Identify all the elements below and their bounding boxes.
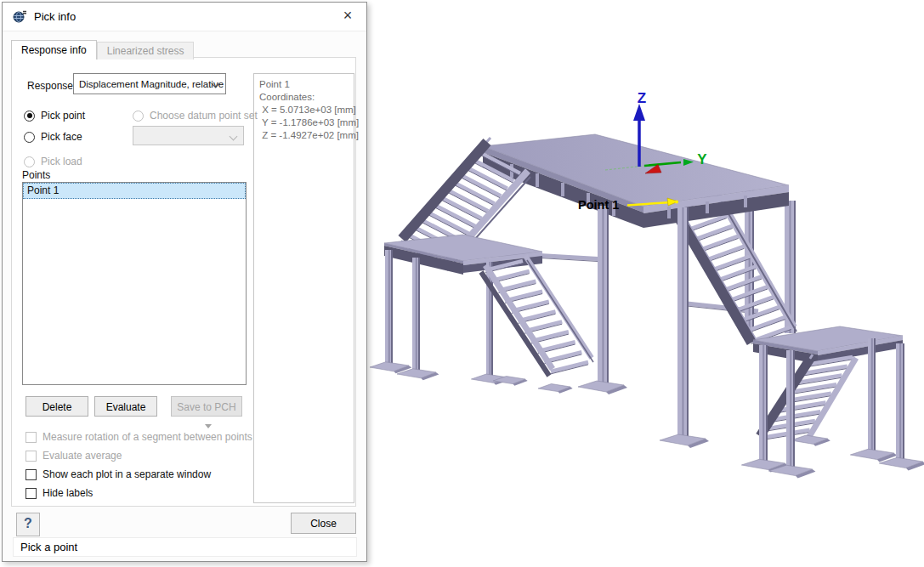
chevron-down-icon [230, 133, 238, 141]
info-line: Z = -1.4927e+02 [mm] [259, 129, 354, 142]
base-plate [791, 435, 830, 446]
save-to-pch-label: Save to PCH [177, 401, 235, 413]
radio-label: Pick point [41, 110, 85, 122]
help-button[interactable]: ? [16, 513, 40, 536]
lower-leg [868, 338, 876, 451]
radio-pick-face[interactable]: Pick face [24, 131, 82, 143]
info-line: Y = -1.1786e+03 [mm] [259, 116, 354, 129]
caret-down-icon [205, 424, 212, 428]
deck-leg [598, 206, 609, 384]
tab-bar: Response info Linearized stress [11, 40, 194, 60]
lower-leg [896, 343, 904, 460]
lower-leg [759, 345, 768, 462]
checkbox-show-each-plot[interactable]: Show each plot in a separate window [26, 468, 211, 480]
close-icon[interactable]: × [337, 5, 358, 26]
z-axis-arrow-icon [633, 104, 645, 121]
checkbox-measure-rotation: Measure rotation of a segment between po… [26, 431, 252, 443]
list-item-point-1[interactable]: Point 1 [23, 183, 246, 199]
tab-linearized-stress[interactable]: Linearized stress [97, 42, 195, 60]
datum-point-set-dropdown [133, 126, 244, 145]
point-label: Point 1 [578, 198, 619, 212]
mid-platform-leg [412, 258, 420, 371]
points-listbox[interactable]: Point 1 [22, 182, 247, 385]
checkbox-label: Evaluate average [43, 450, 122, 462]
y-axis-label: Y [697, 151, 707, 167]
delete-button[interactable]: Delete [26, 396, 88, 417]
info-line: Coordinates: [259, 91, 354, 104]
checkbox-label: Show each plot in a separate window [43, 468, 211, 480]
radio-icon [133, 111, 144, 122]
sphere-response-icon [13, 9, 27, 24]
info-line: Point 1 [259, 78, 354, 91]
response-dropdown-value: Displacement Magnitude, relative [79, 79, 224, 89]
base-plate [660, 434, 709, 448]
response-dropdown[interactable]: Displacement Magnitude, relative [73, 73, 226, 94]
radio-icon[interactable] [24, 111, 35, 122]
checkbox-icon [26, 451, 37, 462]
base-plate [538, 384, 573, 394]
points-label: Points [22, 169, 50, 181]
stair-bottom-right [760, 354, 856, 439]
checkbox-icon [26, 432, 37, 443]
stair-middle [481, 256, 593, 376]
response-info-panel: Response: Displacement Magnitude, relati… [11, 57, 356, 507]
radio-icon [24, 156, 35, 167]
checkbox-label: Hide labels [43, 487, 93, 499]
mid-platform-leg [385, 250, 393, 364]
z-axis-label: Z [638, 90, 646, 106]
radio-label: Pick face [41, 131, 82, 143]
deck-leg [677, 207, 689, 437]
radio-pick-point[interactable]: Pick point [24, 110, 85, 122]
radio-pick-load: Pick load [24, 156, 82, 167]
response-label: Response: [27, 80, 76, 92]
radio-icon[interactable] [24, 132, 35, 143]
point-info-box: Point 1 Coordinates: X = 5.0713e+03 [mm]… [253, 73, 354, 503]
save-to-pch-button: Save to PCH [171, 396, 242, 417]
radio-label: Pick load [41, 156, 82, 167]
checkbox-label: Measure rotation of a segment between po… [43, 431, 252, 443]
checkbox-hide-labels[interactable]: Hide labels [26, 487, 93, 499]
checkbox-icon[interactable] [26, 469, 37, 480]
status-bar: Pick a point [13, 537, 357, 557]
base-plate [578, 381, 627, 394]
tab-response-info[interactable]: Response info [11, 40, 97, 60]
top-platform [483, 134, 789, 228]
evaluate-button[interactable]: Evaluate [94, 396, 157, 417]
mid-platform [384, 235, 542, 275]
lower-leg [786, 350, 795, 468]
close-button[interactable]: Close [291, 513, 356, 534]
checkbox-evaluate-average: Evaluate average [26, 450, 122, 462]
info-line: X = 5.0713e+03 [mm] [259, 104, 354, 116]
dialog-title: Pick info [34, 10, 76, 23]
pick-info-dialog: Pick info × Response info Linearized str… [2, 2, 367, 562]
checkbox-icon[interactable] [26, 488, 37, 499]
radio-choose-datum-point-set: Choose datum point set [133, 110, 258, 122]
title-bar: Pick info × [3, 3, 366, 31]
radio-label: Choose datum point set [150, 110, 258, 122]
